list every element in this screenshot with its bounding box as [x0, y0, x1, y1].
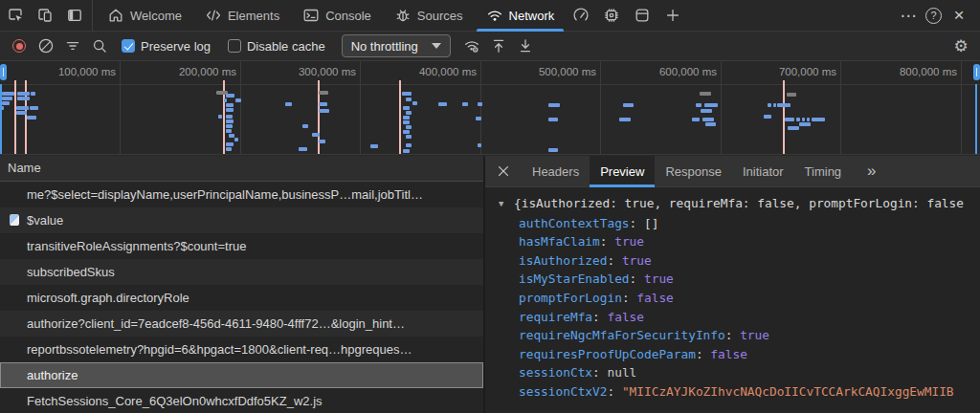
device-emulation-button[interactable] — [30, 0, 59, 32]
waterfall-request-bar — [30, 106, 38, 110]
expand-triangle-icon[interactable]: ▼ — [499, 195, 514, 214]
request-name: reportbssotelemetry?hpgid=6&hpgact=1800&… — [27, 342, 412, 357]
request-row[interactable]: me?$select=displayName,userPrincipalName… — [0, 182, 483, 207]
export-har-button[interactable] — [512, 33, 539, 59]
inspect-cursor-icon — [7, 7, 24, 24]
waterfall-gray-bar — [319, 91, 328, 95]
json-key: sessionCtxV2 — [519, 384, 607, 399]
request-row[interactable]: reportbssotelemetry?hpgid=6&hpgact=1800&… — [0, 337, 483, 362]
timeline-tick-label: 400,000 ms — [371, 66, 477, 77]
throttling-select[interactable]: No throttling — [342, 34, 451, 57]
tab-memory-chip[interactable] — [596, 0, 627, 32]
tab-label: Sources — [417, 9, 463, 23]
details-tab-timing[interactable]: Timing — [794, 156, 853, 187]
load-event-line — [14, 80, 16, 154]
request-row[interactable]: FetchSessions_Core_6Q3elOn0whcxfDdfo5KZ_… — [0, 388, 483, 413]
close-details-button[interactable] — [485, 156, 522, 187]
waterfall-request-bar — [548, 118, 558, 121]
details-tab-response[interactable]: Response — [655, 156, 732, 187]
tab-network[interactable]: Network — [475, 0, 567, 32]
json-property-line[interactable]: authContextTags: [] — [499, 214, 980, 233]
timeline-tick-label: 500,000 ms — [491, 66, 596, 77]
json-property-line[interactable]: hasMfaClaim: true — [499, 232, 980, 251]
json-property-line[interactable]: sessionCtx: null — [499, 363, 980, 382]
json-property-line[interactable]: requireNgcMfaForSecurityInfo: true — [499, 326, 980, 345]
waterfall-request-bar — [403, 120, 410, 124]
waterfall-request-bar — [402, 92, 412, 96]
request-row[interactable]: microsoft.graph.directoryRole — [0, 285, 483, 311]
more-menu-icon[interactable]: ⋯ — [895, 6, 922, 26]
details-tab-preview[interactable]: Preview — [590, 156, 655, 187]
json-property-line[interactable]: sessionCtxV2: "MIICzAYJKoZIhvcNAQcDoIICv… — [499, 382, 980, 402]
waterfall-request-bar — [704, 103, 718, 107]
waterfall-request-bar — [370, 144, 378, 148]
filter-button[interactable] — [59, 33, 86, 59]
json-value: true — [644, 272, 674, 286]
waterfall-request-bar — [462, 102, 468, 106]
json-property-line[interactable]: isAuthorized: true — [499, 251, 980, 271]
waterfall-request-bar — [785, 118, 794, 121]
left-range-handle[interactable] — [0, 64, 7, 80]
waterfall-request-bar — [226, 120, 234, 123]
request-row[interactable]: subscribedSkus — [0, 259, 483, 285]
import-har-icon — [490, 37, 507, 54]
clear-button[interactable] — [33, 33, 59, 59]
tab-plus[interactable] — [657, 0, 688, 32]
waterfall-request-bar — [226, 94, 234, 98]
name-column-header[interactable]: Name — [0, 156, 483, 182]
request-row[interactable]: authorize?client_id=7eadcef8-456d-4611-9… — [0, 311, 483, 337]
close-icon[interactable]: × — [946, 5, 972, 26]
json-property-line[interactable]: requireMfa: false — [499, 308, 980, 327]
details-tab-initiator[interactable]: Initiator — [732, 156, 794, 187]
waterfall-request-bar — [31, 92, 35, 96]
waterfall-request-bar — [796, 118, 800, 121]
disable-cache-checkbox[interactable]: Disable cache — [228, 39, 325, 54]
network-conditions-icon — [463, 37, 480, 54]
load-event-line — [399, 80, 401, 154]
json-property-line[interactable]: requiresProofUpCodeParam: false — [499, 345, 980, 364]
import-har-button[interactable] — [485, 33, 512, 59]
network-conditions-button[interactable] — [458, 33, 485, 59]
json-entries: authContextTags: []hasMfaClaim: trueisAu… — [499, 214, 980, 402]
tab-welcome[interactable]: Welcome — [96, 0, 193, 32]
preserve-log-checkbox[interactable]: Preserve log — [122, 39, 211, 54]
details-tab-headers[interactable]: Headers — [522, 156, 590, 187]
request-row[interactable]: $value — [0, 207, 483, 233]
waterfall-request-bar — [226, 108, 234, 112]
json-property-line[interactable]: promptForLogin: false — [499, 289, 980, 308]
waterfall-request-bar — [623, 103, 634, 107]
json-root-line[interactable]: ▼{isAuthorized: true, requireMfa: false,… — [499, 194, 980, 214]
waterfall-request-bar — [438, 102, 447, 106]
tab-console[interactable]: Console — [291, 0, 383, 32]
tab-application-box[interactable] — [627, 0, 657, 32]
waterfall-request-bar — [403, 149, 410, 153]
json-property-line[interactable]: isMyStarEnabled: true — [499, 270, 980, 289]
tab-sources[interactable]: Sources — [383, 0, 475, 32]
right-range-handle[interactable] — [973, 64, 980, 80]
tab-performance-gauge[interactable] — [566, 0, 596, 32]
waterfall-request-bar — [788, 126, 799, 130]
dock-panel-button[interactable] — [59, 0, 89, 32]
network-overview-timeline[interactable]: 100,000 ms200,000 ms300,000 ms400,000 ms… — [0, 61, 980, 155]
toolbar-left-buttons — [6, 33, 113, 59]
checkbox-unchecked-icon[interactable] — [228, 39, 241, 53]
record-button[interactable] — [6, 33, 33, 59]
more-tabs-icon[interactable]: » — [867, 162, 876, 181]
search-button[interactable] — [86, 33, 113, 59]
inspect-cursor-button[interactable] — [0, 0, 30, 32]
json-separator: : — [600, 234, 614, 249]
export-har-icon — [517, 37, 534, 54]
timeline-gridline — [480, 61, 481, 154]
request-row[interactable]: transitiveRoleAssignments?$count=true — [0, 233, 483, 259]
json-value: "MIICzAYJKoZIhvcNAQcDoIICvTCCArkCAQIxggE… — [622, 384, 954, 399]
help-icon[interactable]: ? — [925, 8, 942, 24]
tab-elements[interactable]: Elements — [193, 0, 291, 32]
json-value: false — [636, 291, 674, 305]
request-row[interactable]: authorize — [0, 362, 483, 388]
network-settings-button[interactable]: ⚙ — [947, 33, 974, 59]
checkbox-checked-icon[interactable] — [122, 39, 135, 53]
json-separator: : — [696, 347, 710, 361]
json-value: true — [614, 234, 644, 249]
json-separator: : — [607, 384, 621, 399]
toolbar-right-buttons — [458, 33, 539, 59]
